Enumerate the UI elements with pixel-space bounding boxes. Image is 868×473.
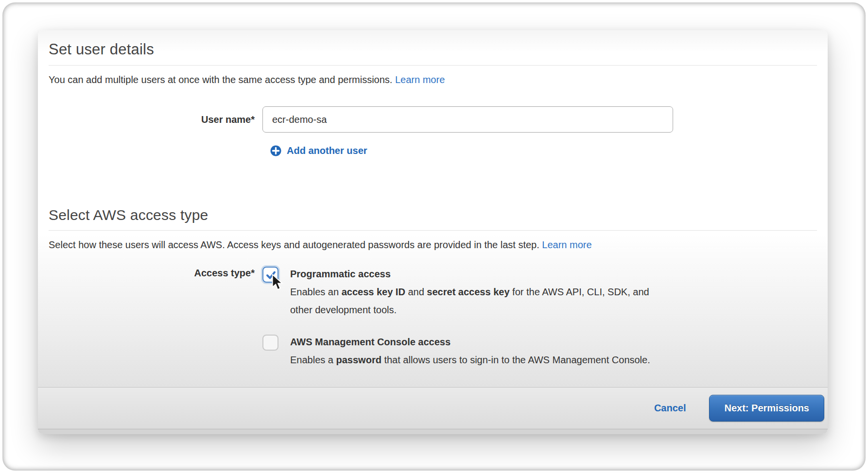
access-section-title: Select AWS access type <box>49 207 817 223</box>
username-row: User name* <box>49 106 817 133</box>
wizard-footer: Cancel Next: Permissions <box>38 387 828 429</box>
learn-more-link[interactable]: Learn more <box>542 239 591 250</box>
title-divider <box>49 65 817 66</box>
set-user-details-panel: Set user details You can add multiple us… <box>38 30 828 434</box>
footer-bottom-strip <box>38 429 828 434</box>
username-input[interactable] <box>262 106 673 133</box>
access-description: Select how these users will access AWS. … <box>49 237 817 252</box>
plus-circle-icon <box>270 145 281 156</box>
programmatic-access-title: Programmatic access <box>290 266 649 282</box>
learn-more-link[interactable]: Learn more <box>395 74 445 85</box>
access-options: Programmatic access Enables an access ke… <box>262 266 650 384</box>
access-divider <box>49 230 817 231</box>
add-another-user-label: Add another user <box>287 145 367 156</box>
username-label: User name* <box>49 114 262 125</box>
option-text: AWS Management Console access Enables a … <box>290 334 650 369</box>
console-access-checkbox[interactable] <box>262 335 278 351</box>
next-permissions-button[interactable]: Next: Permissions <box>709 395 824 422</box>
programmatic-access-description: Enables an access key ID and secret acce… <box>290 283 649 319</box>
checkbox-wrap <box>262 267 278 283</box>
console-access-option: AWS Management Console access Enables a … <box>262 334 650 369</box>
console-access-description: Enables a password that allows users to … <box>290 351 650 369</box>
title-description: You can add multiple users at once with … <box>49 72 817 87</box>
access-type-label: Access type* <box>49 266 262 279</box>
panel-content: Set user details You can add multiple us… <box>38 30 828 387</box>
programmatic-access-option: Programmatic access Enables an access ke… <box>262 266 650 319</box>
checkbox-wrap <box>262 335 278 351</box>
page-title: Set user details <box>49 30 817 58</box>
console-access-title: AWS Management Console access <box>290 334 650 350</box>
access-type-row: Access type* <box>49 266 817 384</box>
page-background: Set user details You can add multiple us… <box>0 0 868 473</box>
mouse-cursor-icon <box>271 274 284 291</box>
option-text: Programmatic access Enables an access ke… <box>290 266 649 319</box>
add-another-user-button[interactable]: Add another user <box>270 145 367 156</box>
cancel-button[interactable]: Cancel <box>654 403 686 414</box>
